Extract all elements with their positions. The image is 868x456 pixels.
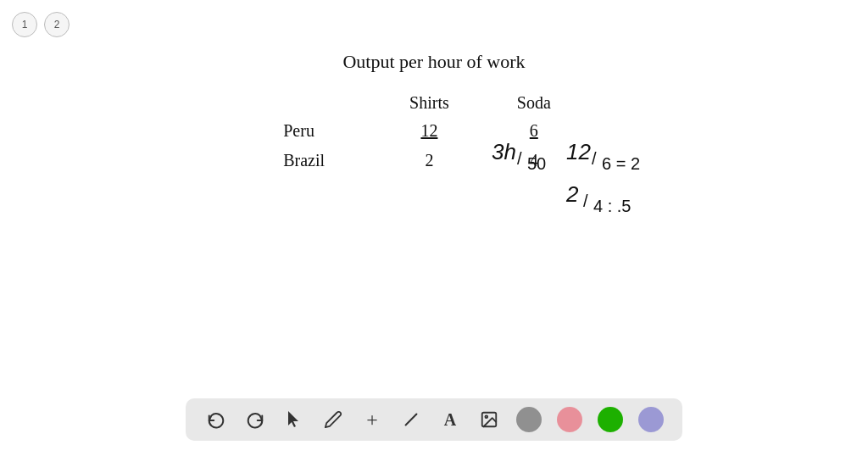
svg-text:3h: 3h (492, 139, 516, 164)
redo-button[interactable] (243, 408, 267, 431)
svg-point-11 (485, 415, 487, 418)
svg-text:/: / (583, 192, 588, 210)
color-green[interactable] (598, 407, 623, 432)
color-purple[interactable] (638, 407, 664, 432)
svg-line-9 (406, 414, 417, 425)
empty-header (283, 90, 376, 116)
add-button[interactable]: + (360, 408, 384, 431)
col-header-soda: Soda (483, 90, 585, 116)
color-pink[interactable] (557, 407, 582, 432)
svg-text:50: 50 (527, 154, 546, 173)
table-title: Output per hour of work (342, 51, 525, 73)
page-navigation: 1 2 (12, 12, 70, 37)
page-2-button[interactable]: 2 (44, 12, 70, 37)
toolbar: + A (186, 398, 682, 441)
line-tool-button[interactable] (399, 408, 423, 431)
country-peru: Peru (283, 116, 376, 146)
svg-text:6 = 2: 6 = 2 (602, 154, 640, 173)
svg-text:4 : .5: 4 : .5 (593, 197, 631, 215)
color-gray[interactable] (516, 407, 542, 432)
handwritten-annotations: 3h / 50 12 / 6 = 2 2 / 4 : .5 (492, 127, 712, 241)
undo-button[interactable] (204, 408, 228, 431)
peru-shirts: 12 (376, 116, 483, 146)
page-1-button[interactable]: 1 (12, 12, 37, 37)
select-tool-button[interactable] (282, 408, 306, 431)
brazil-shirts: 2 (376, 146, 483, 175)
svg-text:12: 12 (566, 139, 591, 164)
image-tool-button[interactable] (477, 408, 501, 431)
annotation-svg: 3h / 50 12 / 6 = 2 2 / 4 : .5 (492, 127, 712, 237)
svg-text:2: 2 (565, 181, 579, 207)
main-content: Output per hour of work Shirts Soda Peru… (0, 51, 868, 175)
text-tool-button[interactable]: A (438, 408, 462, 431)
col-header-shirts: Shirts (376, 90, 483, 116)
svg-text:/: / (517, 149, 522, 168)
svg-text:/: / (592, 149, 597, 168)
peru-shirts-value: 12 (420, 121, 437, 140)
pencil-tool-button[interactable] (321, 408, 345, 431)
country-brazil: Brazil (283, 146, 376, 175)
